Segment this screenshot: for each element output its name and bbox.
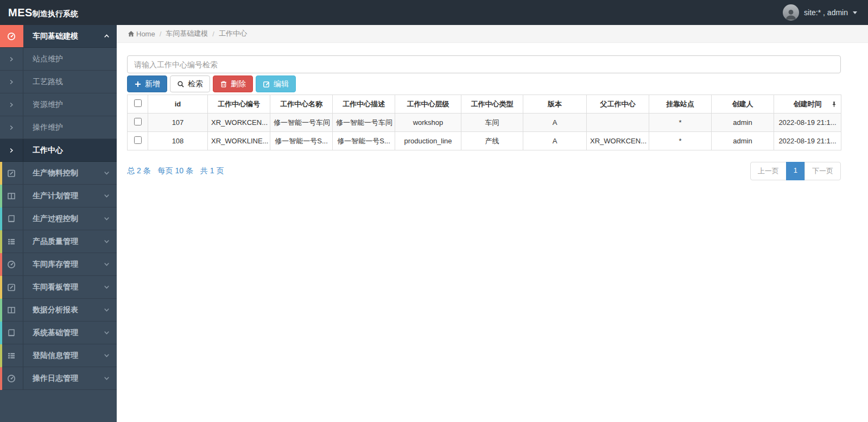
cell-id: 108 xyxy=(148,132,208,150)
chevron-down-icon xyxy=(104,170,110,176)
sidebar-group-quality-management[interactable]: 产品质量管理 xyxy=(0,230,117,253)
cell-station: * xyxy=(649,132,712,150)
row-checkbox[interactable] xyxy=(134,136,142,144)
search-icon xyxy=(177,80,185,88)
delete-button[interactable]: 删除 xyxy=(213,75,253,92)
edit-icon xyxy=(263,80,270,88)
cell-level: production_line xyxy=(395,132,461,150)
list-icon xyxy=(7,237,16,246)
sidebar-group-label: 生产过程控制 xyxy=(23,214,104,224)
work-center-search-input[interactable] xyxy=(127,55,841,73)
sidebar-group-label: 数据分析报表 xyxy=(23,305,104,315)
group-accent-strip xyxy=(0,162,2,185)
table-header-row: id 工作中心编号 工作中心名称 工作中心描述 工作中心层级 工作中心类型 版本… xyxy=(128,95,841,114)
row-checkbox[interactable] xyxy=(134,118,142,125)
app-brand: MES 制造执行系统 xyxy=(8,7,78,19)
plus-icon xyxy=(134,80,142,88)
chevron-up-icon xyxy=(104,33,110,39)
page-buttons: 上一页 1 下一页 xyxy=(750,162,841,180)
brand-subtitle: 制造执行系统 xyxy=(33,9,78,19)
table-row[interactable]: 108 XR_WORKLINE... 修一智能一号S... 修一智能一号S...… xyxy=(128,132,841,150)
prev-page-button[interactable]: 上一页 xyxy=(750,162,787,180)
dashboard-icon xyxy=(7,32,16,41)
sidebar-group-label: 产品质量管理 xyxy=(23,237,104,247)
sidebar-group-data-report[interactable]: 数据分析报表 xyxy=(0,299,117,322)
sidebar-item-operation-maintenance[interactable]: 操作维护 xyxy=(0,116,117,139)
cell-version: A xyxy=(523,132,587,150)
column-header-station: 挂靠站点 xyxy=(649,95,712,114)
columns-icon xyxy=(7,306,16,314)
sidebar-group-inventory-management[interactable]: 车间库存管理 xyxy=(0,253,117,276)
chevron-down-icon xyxy=(104,216,110,222)
sidebar-group-label: 车间基础建模 xyxy=(23,32,104,41)
sidebar-group-process-control[interactable]: 生产过程控制 xyxy=(0,207,117,230)
table-row[interactable]: 107 XR_WORKCEN... 修一智能一号车间 修一智能一号车间 work… xyxy=(128,114,841,132)
pin-icon[interactable] xyxy=(831,100,837,108)
sidebar-item-resource-maintenance[interactable]: 资源维护 xyxy=(0,93,117,116)
page-1-button[interactable]: 1 xyxy=(786,162,805,180)
sidebar-group-operation-log[interactable]: 操作日志管理 xyxy=(0,367,117,390)
sidebar-group-material-control[interactable]: 生产物料控制 xyxy=(0,162,117,185)
user-label: site:* , admin xyxy=(804,8,848,17)
edit-button[interactable]: 编辑 xyxy=(256,75,296,92)
group-accent-strip xyxy=(0,230,2,253)
chevron-right-icon xyxy=(9,102,14,108)
chevron-down-icon xyxy=(104,352,110,358)
chevron-down-icon xyxy=(104,284,110,290)
sidebar-group-plan-management[interactable]: 生产计划管理 xyxy=(0,185,117,207)
per-page-selector[interactable]: 每页 10 条 xyxy=(158,166,193,176)
group-accent-strip xyxy=(0,367,2,390)
toolbar: 新增 检索 删除 编辑 xyxy=(127,75,841,92)
sidebar-item-label: 操作维护 xyxy=(23,123,117,133)
trash-icon xyxy=(220,80,227,88)
dashboard-icon xyxy=(7,374,16,383)
cell-type: 产线 xyxy=(461,132,523,150)
sidebar-group-workshop-modeling[interactable]: 车间基础建模 xyxy=(0,25,117,48)
pagination: 总 2 条 每页 10 条 共 1 页 上一页 1 下一页 xyxy=(127,162,841,180)
book-icon xyxy=(7,329,16,337)
group-accent-strip xyxy=(0,299,2,322)
column-header-id: id xyxy=(148,95,208,114)
home-icon xyxy=(128,30,135,37)
cell-type: 车间 xyxy=(461,114,523,132)
cell-description: 修一智能一号车间 xyxy=(333,114,395,132)
cell-parent xyxy=(587,114,649,132)
search-button[interactable]: 检索 xyxy=(170,75,210,92)
brand-acronym: MES xyxy=(8,7,33,19)
next-page-button[interactable]: 下一页 xyxy=(804,162,841,180)
breadcrumb-home[interactable]: Home xyxy=(136,30,155,38)
sidebar-group-label: 登陆信息管理 xyxy=(23,351,104,361)
sidebar-item-process-route[interactable]: 工艺路线 xyxy=(0,71,117,93)
sidebar-item-label: 工作中心 xyxy=(23,146,117,155)
add-button[interactable]: 新增 xyxy=(127,75,167,92)
cell-creator: admin xyxy=(712,132,774,150)
cell-parent: XR_WORKCEN... xyxy=(587,132,649,150)
sidebar: 车间基础建模 站点维护 工艺路线 资源维护 操作维护 工作中心 生产物料控制 xyxy=(0,25,117,422)
column-header-description: 工作中心描述 xyxy=(333,95,395,114)
cell-code: XR_WORKCEN... xyxy=(208,114,270,132)
sidebar-group-kanban-management[interactable]: 车间看板管理 xyxy=(0,276,117,299)
chevron-right-icon xyxy=(9,56,14,62)
sidebar-group-system-management[interactable]: 系统基础管理 xyxy=(0,322,117,344)
breadcrumb-separator: / xyxy=(160,30,162,38)
column-header-creator: 创建人 xyxy=(712,95,774,114)
cell-id: 107 xyxy=(148,114,208,132)
top-navbar: MES 制造执行系统 site:* , admin xyxy=(0,0,868,25)
chevron-down-icon xyxy=(104,238,110,244)
breadcrumb-workshop-modeling[interactable]: 车间基础建模 xyxy=(166,29,208,39)
sidebar-group-login-info[interactable]: 登陆信息管理 xyxy=(0,344,117,367)
sidebar-group-label: 车间库存管理 xyxy=(23,260,104,269)
cell-version: A xyxy=(523,114,587,132)
column-header-parent: 父工作中心 xyxy=(587,95,649,114)
list-icon xyxy=(7,351,16,360)
select-all-checkbox[interactable] xyxy=(134,99,142,107)
columns-icon xyxy=(7,192,16,200)
sidebar-item-work-center[interactable]: 工作中心 xyxy=(0,139,117,162)
chevron-right-icon xyxy=(9,125,14,130)
avatar xyxy=(783,4,799,21)
column-header-version: 版本 xyxy=(523,95,587,114)
sidebar-item-site-maintenance[interactable]: 站点维护 xyxy=(0,48,117,71)
cell-name: 修一智能一号车间 xyxy=(270,114,333,132)
user-menu[interactable]: site:* , admin xyxy=(783,4,857,21)
group-accent-strip xyxy=(0,185,2,207)
